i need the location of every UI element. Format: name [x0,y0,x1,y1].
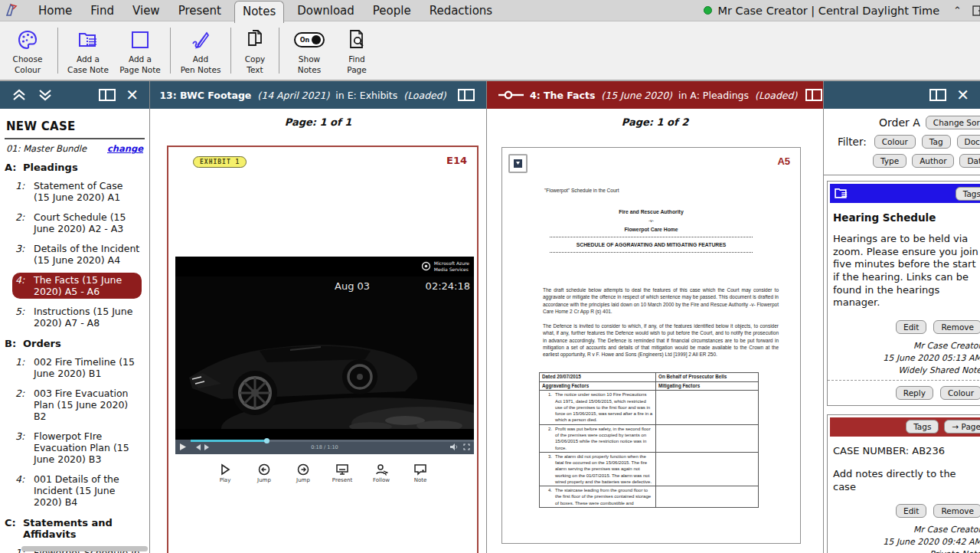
pen-icon [188,25,213,54]
facts-document-page: A5 "Flowerpot" Schedule in the Court Fir… [501,147,801,544]
colour-note-button[interactable]: Colour [940,386,980,400]
panel1-title: 13: BWC Footage (14 April 2021) in E: Ex… [159,90,449,101]
present-button[interactable]: Present [328,463,357,483]
index-item[interactable]: 1: 002 Fire Timeline (15 June 2020) B1 [12,355,145,381]
chevron-up-icon[interactable]: ⌃ [953,5,962,16]
menu-people[interactable]: People [373,4,411,18]
section-orders[interactable]: B: Orders [5,338,143,349]
tool-label: Add a [129,54,152,64]
goto-page-button[interactable]: → Page [944,420,980,434]
video-letterbox-bottom [175,429,474,440]
split-view-icon[interactable] [458,89,475,101]
menu-download[interactable]: Download [297,4,354,18]
menu-bar: Home Find View Present Notes Download Pe… [0,0,980,21]
present-icon [335,463,349,476]
note-header-case-note: Tags [830,184,980,203]
video-letterbox-top: Microsoft Azure Media Services [175,257,474,276]
tool-label: Notes [298,65,321,74]
index-sidebar-panel: ✕ NEW CASE 01: Master Bundle change A: P… [0,81,150,553]
filter-author-button[interactable]: Author [912,154,954,168]
filter-document-button[interactable]: Document [957,135,980,149]
doc-paragraph: The draft schedule below attempts to dea… [543,286,779,316]
play-icon [219,463,231,476]
tool-label: Case Note [67,65,109,74]
tags-button[interactable]: Tags [956,187,980,201]
index-item[interactable]: 2: 003 Fire Evacuation Plan (15 June 202… [12,386,145,424]
note-button[interactable]: Note [406,463,435,483]
order-label: Order A [879,116,920,129]
menu-view[interactable]: View [132,4,160,18]
logout-icon[interactable] [972,5,980,17]
note-card-hearing-schedule: Tags Hearing Schedule Hearings are to be… [827,181,980,406]
video-control-bar[interactable]: 0:18 / 1:10 [175,440,474,454]
seek-bar[interactable] [191,440,474,442]
menu-redactions[interactable]: Redactions [430,4,493,18]
index-item[interactable]: 5: Instructions (15 June 2020) A7 - A8 [12,304,145,330]
index-item[interactable]: 2: Court Schedule (15 June 2020) A2 - A3 [12,210,145,236]
jump-forward-button[interactable]: Jump [289,463,318,483]
split-view-icon[interactable] [99,89,116,101]
filter-date-button[interactable]: Date [959,154,980,168]
table-header-cell: On Behalf of Prosecutor Bells [656,373,759,382]
tool-label: Page Note [119,65,161,74]
remove-note-button[interactable]: Remove [933,504,980,518]
remove-note-button[interactable]: Remove [933,320,980,334]
panel2-title: 4: The Facts (15 June 2020) in A: Pleadi… [530,90,800,101]
edit-note-button[interactable]: Edit [896,504,926,518]
expand-all-icon[interactable] [38,88,53,102]
toggle-knob [312,35,321,44]
section-statements[interactable]: C: Statements and Affidavits [5,517,143,540]
show-notes-toggle[interactable]: On Show Notes [283,25,335,75]
split-view-icon[interactable] [805,89,822,101]
filter-tag-button[interactable]: Tag [922,135,951,149]
index-item[interactable]: 4: 001 Details of the Incident (15 June … [12,472,145,509]
split-view-icon[interactable] [929,89,946,101]
menu-notes-active-tab[interactable]: Notes [234,1,284,23]
add-case-note-button[interactable]: Add a Case Note [62,25,114,75]
filter-colour-button[interactable]: Colour [874,135,916,149]
change-bundle-link[interactable]: change [107,143,143,154]
close-icon[interactable]: ✕ [126,87,139,103]
add-pen-notes-button[interactable]: Add Pen Notes [175,25,227,75]
video-player[interactable]: Microsoft Azure Media Services Aug 03 02… [175,257,474,454]
follow-button[interactable]: Follow [367,463,396,483]
page-reference: A5 [777,155,790,167]
toggle-on-icon[interactable]: On [294,32,325,47]
menu-present[interactable]: Present [178,4,221,18]
index-item[interactable]: 3: Details of the Incident (15 June 2020… [12,241,145,267]
filter-type-button[interactable]: Type [873,154,906,168]
jump-back-button[interactable]: Jump [250,463,279,483]
find-page-button[interactable]: Find Page [335,25,378,75]
change-sort-order-button[interactable]: Change Sort Order [926,116,980,129]
user-menu[interactable]: Mr Case Creator | Central Daylight Time … [704,5,980,17]
tool-label: Add a [77,54,100,64]
toolbar-separator [170,28,171,74]
choose-colour-button[interactable]: Choose Colour [2,25,54,75]
index-item[interactable]: 1: Statement of Case (15 June 2020) A1 [12,178,145,205]
table-row: 3.The alarm did not properly function wh… [540,452,759,486]
section-pleadings[interactable]: A: Pleadings [5,162,143,173]
horizontal-scrollbar[interactable] [21,546,148,551]
play-button[interactable]: Play [211,463,240,483]
close-icon[interactable]: ✕ [956,87,969,103]
note-title: Hearing Schedule [833,211,980,224]
page-note-marker-icon[interactable] [508,154,528,173]
copy-text-button[interactable]: Copy Text [235,25,275,75]
edit-note-button[interactable]: Edit [896,320,926,334]
notes-panel-header: ✕ [824,81,980,109]
index-item[interactable]: 3: Flowerpot FIre Evacuation Plan (15 Ju… [12,429,145,466]
collapse-all-icon[interactable] [11,88,27,102]
mitigating-cell-empty [656,452,759,486]
reply-note-button[interactable]: Reply [896,386,933,400]
add-page-note-button[interactable]: Add a Page Note [114,25,166,75]
menu-home[interactable]: Home [38,4,72,18]
index-item-selected[interactable]: 4: The Facts (15 June 2020) A5 - A6 [12,273,142,299]
divider [550,252,753,253]
key-icon[interactable] [498,90,524,100]
menu-find[interactable]: Find [90,4,114,18]
party-one: Fire and Rescue Authority [533,209,769,214]
tags-button[interactable]: Tags [906,420,939,434]
palette-icon [16,25,39,54]
note-text: CASE NUMBER: AB236 [833,445,980,458]
document-panel-the-facts: 4: The Facts (15 June 2020) in A: Pleadi… [487,81,824,553]
